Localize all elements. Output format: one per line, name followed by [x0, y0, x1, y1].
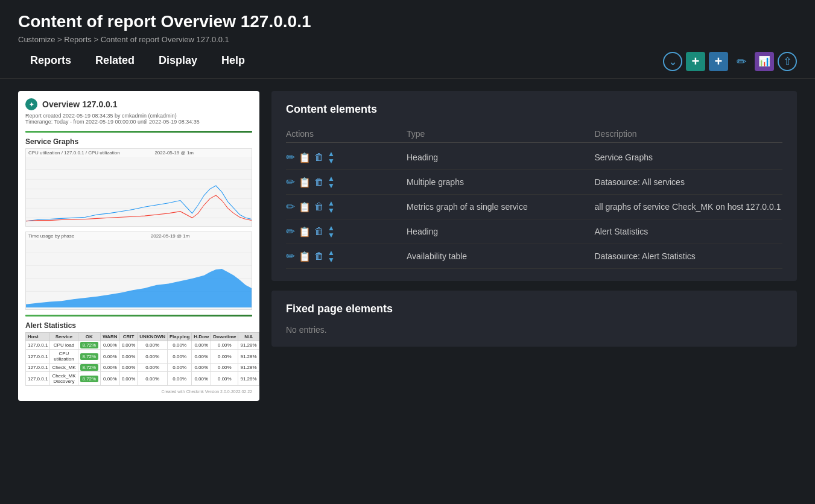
svg-rect-26	[142, 309, 147, 310]
alert-stats-table: Host Service OK WARN CRIT UNKNOWN Flappi…	[25, 332, 259, 386]
content-panel: Content elements Actions Type Descriptio…	[271, 91, 797, 401]
type-cell-3: Heading	[407, 227, 595, 236]
preview-panel: ✦ Overview 127.0.0.1 Report created 2022…	[18, 91, 259, 401]
green-divider2	[25, 315, 252, 317]
plus-teal-icon[interactable]: +	[686, 52, 705, 71]
bar-chart-icon[interactable]: 📊	[755, 52, 774, 71]
trash-icon[interactable]: 🗑	[314, 251, 324, 262]
col-flapping: Flapping	[168, 333, 192, 341]
content-row: ✏📋🗑▲▼HeadingService Graphs	[286, 145, 782, 170]
type-cell-4: Availability table	[407, 251, 595, 261]
col-unknown: UNKNOWN	[138, 333, 168, 341]
nav-bar: Reports Related Display Help ⌄ + + ✏ 📊 ⇧	[0, 44, 815, 79]
chart-time-usage: Time usage by phase 2022-05-19 @ 1m	[25, 232, 252, 310]
trash-icon[interactable]: 🗑	[314, 226, 324, 237]
desc-cell-3: Alert Statistics	[595, 227, 783, 236]
action-cell-2: ✏📋🗑▲▼	[286, 200, 407, 214]
col-na: N/A	[238, 333, 259, 341]
svg-rect-28	[210, 309, 215, 310]
svg-rect-24	[80, 309, 84, 310]
chart-cpu-utilization: CPU utilization / 127.0.0.1 / CPU utiliz…	[25, 148, 252, 227]
chevron-down-icon[interactable]: ⌄	[663, 52, 682, 71]
svg-rect-22	[29, 309, 34, 310]
action-cell-0: ✏📋🗑▲▼	[286, 150, 407, 165]
action-cell-4: ✏📋🗑▲▼	[286, 249, 407, 263]
col-hdow: H.Dow	[192, 333, 211, 341]
trash-icon[interactable]: 🗑	[314, 152, 324, 163]
header-type: Type	[407, 129, 595, 139]
trash-icon[interactable]: 🗑	[314, 177, 324, 187]
table-row: 127.0.0.1Check_MK8.72%0.00%0.00%0.00%0.0…	[26, 364, 259, 372]
no-entries-text: No entries.	[286, 325, 782, 335]
copy-icon[interactable]: 📋	[299, 201, 311, 213]
copy-icon[interactable]: 📋	[299, 226, 311, 238]
nav-item-display[interactable]: Display	[147, 43, 209, 79]
col-crit: CRIT	[119, 333, 138, 341]
sort-arrows[interactable]: ▲▼	[328, 249, 335, 263]
svg-text:IO-wait: IO-wait	[80, 225, 91, 227]
col-downtime: Downtime	[211, 333, 238, 341]
fixed-elements-title: Fixed page elements	[286, 303, 782, 315]
col-ok: OK	[78, 333, 101, 341]
pencil-icon[interactable]: ✏	[286, 200, 295, 213]
page-title: Content of report Overview 127.0.0.1	[18, 12, 797, 31]
green-divider	[25, 131, 252, 133]
type-cell-1: Multiple graphs	[407, 177, 595, 187]
desc-cell-0: Service Graphs	[595, 153, 783, 162]
svg-text:CPU time in user space: CPU time in user space	[35, 309, 72, 310]
type-cell-0: Heading	[407, 153, 595, 162]
svg-text:CPU time in operating system: CPU time in operating system	[85, 309, 132, 310]
table-row: 127.0.0.1CPU utilization8.72%0.00%0.00%0…	[26, 350, 259, 364]
sort-arrows[interactable]: ▲▼	[328, 150, 335, 165]
pencil-edit-icon[interactable]: ✏	[732, 52, 751, 71]
pencil-icon[interactable]: ✏	[286, 225, 295, 238]
table-row: 127.0.0.1Check_MK Discovery8.72%0.00%0.0…	[26, 372, 259, 386]
preview-section2-title: Alert Statistics	[25, 321, 252, 330]
action-cell-3: ✏📋🗑▲▼	[286, 224, 407, 239]
content-row: ✏📋🗑▲▼HeadingAlert Statistics	[286, 219, 782, 244]
copy-icon[interactable]: 📋	[299, 152, 311, 163]
preview-section1-title: Service Graphs	[25, 137, 252, 146]
content-row: ✏📋🗑▲▼Availability tableDatasource: Alert…	[286, 244, 782, 269]
pencil-icon[interactable]: ✏	[286, 175, 295, 189]
breadcrumb-customize[interactable]: Customize	[18, 35, 55, 44]
chart1-svg: User System IO-wait Total	[26, 157, 252, 227]
content-elements-title: Content elements	[286, 103, 782, 116]
breadcrumb-sep2: >	[94, 35, 100, 44]
svg-rect-13	[94, 226, 99, 227]
plus-blue-icon[interactable]: +	[709, 52, 728, 71]
col-host: Host	[26, 333, 50, 341]
sort-arrows[interactable]: ▲▼	[328, 200, 335, 214]
fixed-elements-section: Fixed page elements No entries.	[271, 291, 797, 347]
main-content: ✦ Overview 127.0.0.1 Report created 2022…	[0, 79, 815, 413]
breadcrumb-reports[interactable]: Reports	[64, 35, 92, 44]
svg-rect-9	[49, 226, 54, 227]
chart1-title: CPU utilization / 127.0.0.1 / CPU utiliz…	[26, 149, 252, 157]
copy-icon[interactable]: 📋	[299, 177, 311, 188]
nav-item-help[interactable]: Help	[209, 43, 257, 79]
upload-icon[interactable]: ⇧	[778, 52, 797, 71]
nav-icons: ⌄ + + ✏ 📊 ⇧	[663, 52, 797, 71]
table-row: 127.0.0.1CPU load8.72%0.00%0.00%0.00%0.0…	[26, 341, 259, 350]
svg-text:Time spent waiting for Checkmk: Time spent waiting for Checkmk agent	[148, 309, 208, 310]
copy-icon[interactable]: 📋	[299, 251, 311, 262]
trash-icon[interactable]: 🗑	[314, 201, 324, 212]
chart2-title: Time usage by phase 2022-05-19 @ 1m	[26, 232, 252, 240]
preview-meta: Report created 2022-05-19 08:34:35 by cm…	[25, 113, 252, 125]
svg-text:Total execution time: Total execution time	[216, 309, 248, 310]
sort-arrows[interactable]: ▲▼	[328, 224, 335, 239]
action-cell-1: ✏📋🗑▲▼	[286, 175, 407, 189]
nav-item-related[interactable]: Related	[83, 43, 147, 79]
sort-arrows[interactable]: ▲▼	[328, 175, 335, 189]
header-section: Content of report Overview 127.0.0.1 Cus…	[0, 0, 815, 44]
preview-inner: ✦ Overview 127.0.0.1 Report created 2022…	[18, 91, 259, 401]
pencil-icon[interactable]: ✏	[286, 250, 295, 263]
content-rows-container: ✏📋🗑▲▼HeadingService Graphs✏📋🗑▲▼Multiple …	[286, 145, 782, 269]
pencil-icon[interactable]: ✏	[286, 151, 295, 164]
nav-item-reports[interactable]: Reports	[18, 43, 83, 79]
col-service: Service	[50, 333, 78, 341]
desc-cell-4: Datasource: Alert Statistics	[595, 251, 783, 261]
content-row: ✏📋🗑▲▼Metrics graph of a single serviceal…	[286, 195, 782, 219]
content-elements-section: Content elements Actions Type Descriptio…	[271, 91, 797, 281]
col-warn: WARN	[101, 333, 119, 341]
